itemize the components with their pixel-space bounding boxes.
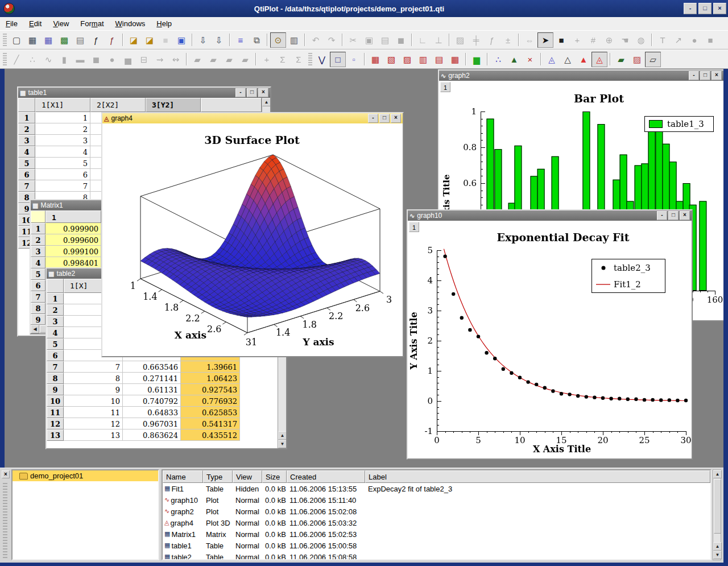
table1-cell[interactable]: 5 xyxy=(35,158,90,169)
graph10-minimize-button[interactable]: - xyxy=(657,211,667,220)
matrix1-row-header[interactable]: 4 xyxy=(31,257,46,268)
app-titlebar[interactable]: QtiPlot - /data/thzs/qtiplot/projects/de… xyxy=(0,0,728,17)
matrix1-row-header[interactable]: 9 xyxy=(31,314,46,325)
explorer-drag-grip[interactable] xyxy=(3,482,7,558)
table1-row-header[interactable]: 7 xyxy=(18,180,35,192)
table2-row-header[interactable]: 5 xyxy=(47,338,64,350)
menu-help[interactable]: Help xyxy=(151,18,177,30)
graph4-titlebar[interactable]: ◬ graph4 -□× xyxy=(102,113,403,123)
table1-minimize-button[interactable]: - xyxy=(235,88,246,97)
matrix1-row-header[interactable]: 7 xyxy=(31,291,46,303)
3d-filled-mesh-button[interactable]: ◬ xyxy=(592,52,607,67)
3d-grid-front-button[interactable]: ▦ xyxy=(367,52,383,67)
table2-cell[interactable]: 0.740792 xyxy=(123,395,181,407)
floor-isolines-button[interactable]: ▨ xyxy=(629,52,645,67)
scroll-up-icon[interactable]: ▲ xyxy=(262,98,270,106)
3d-bars-style-button[interactable]: ▆ xyxy=(469,52,485,67)
table1-row-header[interactable]: 2 xyxy=(18,123,35,135)
3d-filled-surface-button[interactable]: ▲ xyxy=(576,52,592,67)
table2-cell[interactable]: 12 xyxy=(64,418,123,429)
floor-empty-button[interactable]: ▱ xyxy=(645,52,661,67)
matrix1-row-header[interactable]: 3 xyxy=(31,246,46,257)
explorer-row-graph4[interactable]: ◬graph4Plot 3DNormal0.0 kB11.06.2006 15:… xyxy=(163,517,710,528)
table1-row-header[interactable]: 5 xyxy=(18,158,35,169)
window-graph10[interactable]: ∿ graph10 -□× 1 xyxy=(407,209,693,460)
project-explorer-button[interactable]: ⊙ xyxy=(270,32,286,48)
import-ascii-button[interactable]: ⇩ xyxy=(195,32,211,48)
explorer-scrollbar[interactable]: ▲▲▼ xyxy=(713,469,721,560)
floor-data-projection-button[interactable]: ▰ xyxy=(613,52,629,67)
table1-cell[interactable]: 3 xyxy=(35,135,90,146)
list-column-view[interactable]: View xyxy=(233,470,262,483)
table1-cell[interactable]: 7 xyxy=(35,180,90,192)
app-close-button[interactable]: × xyxy=(713,3,726,14)
table2-cell[interactable]: 0.271141 xyxy=(123,373,181,384)
graph2-close-button[interactable]: × xyxy=(712,71,722,80)
table2-row-header[interactable]: 8 xyxy=(47,373,64,384)
graph2-layer-tab[interactable]: 1 xyxy=(440,82,450,92)
table1-cell[interactable]: 2 xyxy=(35,123,90,135)
table2-cell[interactable]: 0.64833 xyxy=(123,407,181,418)
explorer-row-table1[interactable]: ▦table1TableNormal0.0 kB11.06.2006 15:00… xyxy=(163,540,710,551)
scroll-down-icon[interactable]: ▼ xyxy=(713,551,722,559)
table2-cell[interactable]: 9 xyxy=(64,384,123,395)
table2-cell[interactable]: 1.39661 xyxy=(181,361,240,373)
table1-row-header[interactable]: 4 xyxy=(18,146,35,158)
explorer-close-button[interactable]: × xyxy=(2,470,10,478)
table1-row-header[interactable]: 1 xyxy=(18,112,35,123)
table2-cell[interactable]: 8 xyxy=(64,373,123,384)
list-column-created[interactable]: Created xyxy=(287,470,365,483)
table2-cell[interactable]: 1.06423 xyxy=(181,373,240,384)
table1-column-header-2[interactable]: 2[X2] xyxy=(90,98,146,112)
matrix1-cell[interactable]: 0.999600 xyxy=(46,234,101,246)
3d-grid-ceiling-button[interactable]: ▧ xyxy=(383,52,399,67)
list-column-type[interactable]: Type xyxy=(203,470,233,483)
matrix1-row-header[interactable]: 1 xyxy=(31,223,46,234)
table2-cell[interactable]: 0.967031 xyxy=(123,418,181,429)
explorer-row-matrix1[interactable]: ▦Matrix1MatrixNormal0.0 kB11.06.2006 15:… xyxy=(163,528,710,540)
table2-row-header[interactable]: 9 xyxy=(47,384,64,395)
table2-row-header[interactable]: 3 xyxy=(47,316,64,327)
table2-row-header[interactable]: 12 xyxy=(47,418,64,429)
matrix1-corner-cell[interactable] xyxy=(31,210,46,223)
list-column-label[interactable]: Label xyxy=(365,470,710,483)
toolbar-grip[interactable] xyxy=(308,53,312,65)
graph10-layer-tab[interactable]: 1 xyxy=(409,222,419,232)
table1-column-header-3[interactable]: 3[Y2] xyxy=(146,98,201,112)
graph4-maximize-button[interactable]: □ xyxy=(379,114,390,123)
table2-cell[interactable]: 11 xyxy=(64,407,123,418)
3d-no-frame-button[interactable]: ▫ xyxy=(346,52,362,67)
3d-scatter-dots-button[interactable]: ∴ xyxy=(490,52,506,67)
scroll-up-icon[interactable]: ▲ xyxy=(278,431,286,440)
graph10-close-button[interactable]: × xyxy=(680,211,690,220)
menu-format[interactable]: Format xyxy=(75,18,109,30)
table2-cell[interactable]: 13 xyxy=(64,429,123,441)
menu-edit[interactable]: Edit xyxy=(23,18,47,30)
table2-row-header[interactable]: 11 xyxy=(47,407,64,418)
table2-row-header[interactable]: 13 xyxy=(47,429,64,441)
new-spreadsheet-button[interactable]: ▦ xyxy=(40,32,56,48)
matrix1-cell[interactable]: 0.998401 xyxy=(46,257,101,268)
explorer-list[interactable]: NameTypeViewSizeCreatedLabel▦Fit1TableHi… xyxy=(162,469,712,560)
graph2-minimize-button[interactable]: - xyxy=(689,71,699,80)
table2-cell[interactable]: 0.927543 xyxy=(181,384,240,395)
import-multiple-ascii-button[interactable]: ⇩ xyxy=(211,32,227,48)
menu-file[interactable]: File xyxy=(0,18,23,30)
matrix1-row-header[interactable]: 2 xyxy=(31,234,46,246)
menu-windows[interactable]: Windows xyxy=(110,18,151,30)
surface-plot-canvas[interactable] xyxy=(102,123,403,356)
table1-column-header-1[interactable]: 1[X1] xyxy=(35,98,90,112)
table2-cell[interactable]: 0.663546 xyxy=(123,361,181,373)
new-function-plot-button[interactable]: ƒ xyxy=(88,32,104,48)
table1-cell[interactable]: 6 xyxy=(35,169,90,180)
open-template-button[interactable]: ◪ xyxy=(142,32,158,48)
graph2-maximize-button[interactable]: □ xyxy=(700,71,710,80)
table1-corner-cell[interactable] xyxy=(18,98,35,112)
table2-cell[interactable]: 0.863624 xyxy=(123,429,181,441)
table1-maximize-button[interactable]: □ xyxy=(247,88,257,97)
3d-box-frame-button[interactable]: □ xyxy=(330,52,346,67)
3d-grid-floor-button[interactable]: ▤ xyxy=(431,52,447,67)
graph10-maximize-button[interactable]: □ xyxy=(668,211,679,220)
graph4-minimize-button[interactable]: - xyxy=(368,114,378,123)
scroll-left-icon[interactable]: ◀ xyxy=(31,325,39,333)
